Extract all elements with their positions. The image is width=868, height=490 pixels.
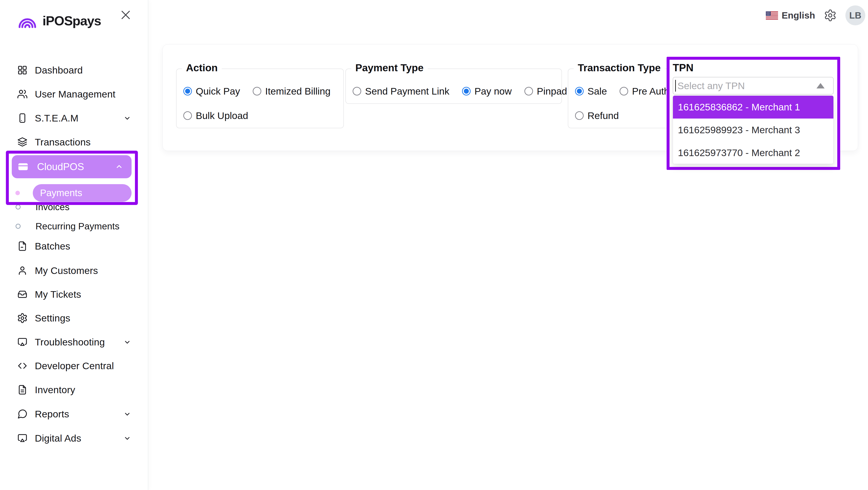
sidebar-item-payments[interactable]: Payments bbox=[33, 184, 131, 202]
transaction-type-legend: Transaction Type bbox=[574, 62, 665, 74]
payment-type-legend: Payment Type bbox=[351, 62, 428, 74]
sidebar-item-label: Invoices bbox=[35, 202, 69, 212]
chevron-down-icon bbox=[123, 434, 132, 443]
topbar: English LB bbox=[766, 4, 865, 26]
sidebar-item-inventory[interactable]: Inventory bbox=[0, 379, 147, 401]
sidebar-item-label: Developer Central bbox=[35, 361, 114, 371]
radio-pay-now[interactable]: Pay now bbox=[462, 86, 512, 97]
gear-icon bbox=[17, 312, 28, 324]
action-legend: Action bbox=[182, 62, 222, 74]
radio-unselected-icon bbox=[253, 87, 261, 95]
sidebar-item-label: Digital Ads bbox=[35, 433, 81, 444]
sidebar-item-label: Settings bbox=[35, 313, 70, 324]
screen-play-icon bbox=[17, 433, 28, 444]
radio-bulk-upload[interactable]: Bulk Upload bbox=[183, 110, 248, 121]
sidebar-item-steam[interactable]: S.T.E.A.M bbox=[0, 107, 147, 129]
close-sidebar-icon[interactable] bbox=[119, 8, 132, 21]
layers-icon bbox=[17, 137, 28, 148]
radio-selected-icon bbox=[575, 87, 584, 95]
sidebar-item-batches[interactable]: Batches bbox=[0, 235, 147, 257]
file-icon bbox=[17, 240, 28, 252]
logo: iPOSpays bbox=[17, 13, 101, 28]
tpn-dropdown-list: 161625836862 - Merchant 1 161625989923 -… bbox=[673, 95, 834, 164]
sidebar-item-label: Payments bbox=[40, 188, 82, 198]
sub-item-bullet-icon bbox=[16, 224, 21, 229]
user-avatar[interactable]: LB bbox=[845, 5, 865, 25]
sidebar-item-developer-central[interactable]: Developer Central bbox=[0, 355, 147, 377]
radio-send-payment-link[interactable]: Send Payment Link bbox=[352, 86, 450, 97]
sub-item-bullet-icon bbox=[16, 204, 21, 209]
radio-selected-icon bbox=[462, 87, 471, 95]
logo-text: iPOSpays bbox=[42, 13, 101, 28]
smartphone-icon bbox=[17, 112, 28, 124]
document-icon bbox=[17, 384, 28, 396]
sidebar-item-label: My Tickets bbox=[35, 289, 81, 300]
sidebar-item-label: Inventory bbox=[35, 384, 75, 396]
radio-quick-pay[interactable]: Quick Pay bbox=[183, 86, 240, 97]
settings-gear-icon[interactable] bbox=[824, 9, 837, 22]
tpn-option-merchant-2[interactable]: 161625973770 - Merchant 2 bbox=[673, 141, 833, 164]
chevron-down-icon bbox=[123, 114, 132, 123]
language-selector[interactable]: English bbox=[766, 10, 815, 21]
sidebar-item-settings[interactable]: Settings bbox=[0, 307, 147, 329]
chevron-down-icon bbox=[123, 409, 132, 419]
radio-itemized-billing[interactable]: Itemized Billing bbox=[253, 86, 331, 97]
sidebar-item-label: Transactions bbox=[35, 137, 91, 148]
radio-sale[interactable]: Sale bbox=[575, 86, 607, 97]
sidebar-item-label: Recurring Payments bbox=[35, 221, 119, 232]
tpn-annotation-box: TPN Select any TPN 161625836862 - Mercha… bbox=[666, 57, 840, 170]
inbox-icon bbox=[17, 289, 28, 300]
code-icon bbox=[17, 360, 28, 371]
radio-unselected-icon bbox=[352, 87, 361, 95]
sidebar-item-label: Reports bbox=[35, 409, 69, 420]
avatar-initials: LB bbox=[849, 10, 861, 21]
chevron-down-icon bbox=[123, 338, 132, 347]
sidebar-item-my-customers[interactable]: My Customers bbox=[0, 260, 147, 282]
grid-icon bbox=[17, 64, 28, 76]
sidebar-item-digital-ads[interactable]: Digital Ads bbox=[0, 427, 147, 449]
text-caret bbox=[675, 80, 676, 92]
radio-unselected-icon bbox=[575, 111, 584, 120]
chevron-up-icon bbox=[114, 162, 124, 171]
tpn-select-input[interactable]: Select any TPN bbox=[673, 77, 834, 94]
sidebar-item-label: Troubleshooting bbox=[35, 337, 105, 348]
radio-unselected-icon bbox=[183, 111, 192, 120]
sidebar-item-label: Dashboard bbox=[35, 65, 83, 76]
sidebar-item-label: CloudPOS bbox=[37, 161, 84, 172]
logo-rainbow-icon bbox=[17, 13, 37, 28]
card-icon bbox=[17, 161, 29, 173]
tpn-label: TPN bbox=[673, 61, 693, 74]
sidebar-item-transactions[interactable]: Transactions bbox=[0, 131, 147, 153]
radio-pinpad[interactable]: Pinpad bbox=[524, 86, 567, 97]
sidebar-item-label: Batches bbox=[35, 241, 70, 252]
ipospays-app: { "app": { "logo_text": "iPOSpays" }, "t… bbox=[0, 0, 868, 490]
radio-unselected-icon bbox=[524, 87, 533, 95]
sidebar-item-label: My Customers bbox=[35, 265, 98, 276]
tpn-placeholder: Select any TPN bbox=[677, 80, 745, 91]
tpn-option-merchant-3[interactable]: 161625989923 - Merchant 3 bbox=[673, 119, 833, 141]
payment-type-fieldset: Payment Type Send Payment Link Pay now P… bbox=[345, 68, 562, 104]
sidebar-item-recurring-payments[interactable]: Recurring Payments bbox=[0, 217, 147, 235]
chat-bubble-icon bbox=[17, 408, 28, 420]
sidebar: iPOSpays Dashboard User Management S.T. bbox=[0, 0, 148, 490]
sidebar-item-my-tickets[interactable]: My Tickets bbox=[0, 284, 147, 305]
sidebar-item-label: User Management bbox=[35, 89, 116, 100]
radio-selected-icon bbox=[183, 87, 192, 95]
users-icon bbox=[17, 88, 28, 100]
radio-refund[interactable]: Refund bbox=[575, 110, 619, 121]
active-sub-item-bullet bbox=[16, 191, 20, 195]
radio-pre-auth[interactable]: Pre Auth bbox=[620, 86, 669, 97]
us-flag-icon bbox=[766, 11, 778, 20]
language-label: English bbox=[782, 10, 815, 21]
sidebar-item-dashboard[interactable]: Dashboard bbox=[0, 59, 147, 81]
sidebar-item-label: S.T.E.A.M bbox=[35, 113, 79, 124]
tpn-option-merchant-1[interactable]: 161625836862 - Merchant 1 bbox=[673, 96, 833, 119]
sidebar-item-user-management[interactable]: User Management bbox=[0, 83, 147, 105]
sidebar-item-troubleshooting[interactable]: Troubleshooting bbox=[0, 331, 147, 353]
sidebar-item-cloudpos[interactable]: CloudPOS bbox=[12, 155, 131, 178]
sidebar-item-reports[interactable]: Reports bbox=[0, 403, 147, 425]
radio-unselected-icon bbox=[620, 87, 628, 95]
action-fieldset: Action Quick Pay Itemized Billing Bulk U… bbox=[176, 68, 344, 128]
user-icon bbox=[17, 265, 28, 276]
screen-alert-icon bbox=[17, 337, 28, 348]
